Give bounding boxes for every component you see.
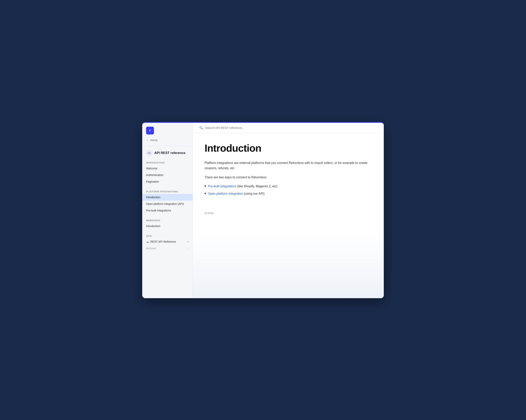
sidebar-item-introduction[interactable]: Introduction [142,194,193,201]
nav-item-left-rest: ☁ REST API Reference [146,240,176,243]
chevron-down-icon: ▾ [188,240,189,243]
app-layout: r ← Home </> API REST reference INTRODUC… [142,123,384,298]
nav-group-apis: APIS ☁ REST API Reference ▾ Account › [142,233,193,252]
search-input[interactable] [205,126,378,129]
sidebar-item-open-platform[interactable]: Open platform integration (API) [142,201,193,207]
section-nav-title: API REST reference [154,151,185,155]
sidebar-item-account[interactable]: Account › [142,245,193,252]
top-bar: 🔍 [193,123,384,133]
nav-group-label-apis: APIS [142,233,193,238]
sidebar-nav: INTRODUCTION Welcome Authentication Pagi… [142,156,193,294]
nav-group-introduction: INTRODUCTION Welcome Authentication Pagi… [142,160,193,185]
content-paragraph-2: There are two ways to connect to Returnl… [204,175,372,180]
section-title-nav: </> API REST reference [142,150,193,156]
open-platform-link[interactable]: Open platform integration [208,192,243,195]
search-icon: 🔍 [199,126,203,130]
nav-group-label-introduction: INTRODUCTION [142,160,193,165]
sidebar-item-webhooks-intro[interactable]: Introduction [142,223,193,229]
sidebar-item-authentication[interactable]: Authentication [142,172,193,178]
browser-window: r ← Home </> API REST reference INTRODUC… [142,122,384,298]
page-title: Introduction [204,142,372,154]
back-arrow-icon: ← [146,138,149,142]
nav-group-label-platform: PLATFORM INTEGRATIONS [142,189,193,194]
back-nav[interactable]: ← Home [146,138,189,143]
logo-letter: r [149,128,151,133]
list-item: Pre-built integrations (like Shopify, Ma… [204,184,372,189]
nav-group-platform-integrations: PLATFORM INTEGRATIONS Introduction Open … [142,189,193,214]
watermark: 073763 [204,212,372,215]
sidebar-item-pagination[interactable]: Pagination [142,178,193,185]
logo-container: r [146,127,189,134]
sidebar-header: r ← Home [142,123,193,146]
content-paragraph-1: Platform integrations are external platf… [204,160,372,171]
logo-icon: r [146,127,154,134]
chevron-right-icon: › [188,247,189,250]
code-icon: </> [148,152,151,154]
sidebar: r ← Home </> API REST reference INTRODUC… [142,123,193,298]
bullet-list: Pre-built integrations (like Shopify, Ma… [204,184,372,196]
sidebar-item-rest-api[interactable]: ☁ REST API Reference ▾ [142,238,193,245]
back-label: Home [150,139,158,142]
nav-group-webhooks: WEBHOOKS Introduction [142,218,193,229]
nav-group-label-webhooks: WEBHOOKS [142,218,193,223]
sidebar-item-welcome[interactable]: Welcome [142,165,193,172]
content-area: Introduction Platform integrations are e… [193,133,384,298]
pre-built-link[interactable]: Pre-built integrations [208,184,236,188]
bullet-dot [204,185,206,187]
code-icon-badge: </> [146,150,152,156]
sidebar-item-pre-built[interactable]: Pre-built integrations [142,207,193,214]
cloud-icon: ☁ [146,240,149,243]
bullet-suffix-0: (like Shopify, Magento 2, etc) [236,184,277,188]
main-content: 🔍 Introduction Platform integrations are… [193,123,384,298]
bullet-suffix-1: (using our API) [243,192,264,195]
bullet-dot [204,193,206,194]
list-item: Open platform integration (using our API… [204,191,372,196]
